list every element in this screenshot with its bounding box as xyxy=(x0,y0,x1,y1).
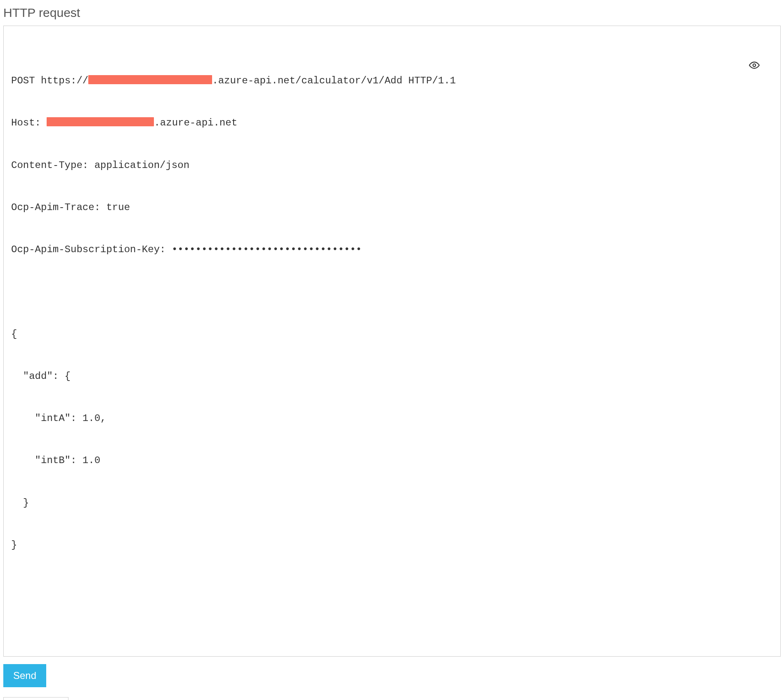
body-add-close: } xyxy=(11,496,773,510)
reveal-secrets-icon[interactable] xyxy=(749,32,773,99)
body-add-open: "add": { xyxy=(11,369,773,383)
subscription-key-header: Ocp-Apim-Subscription-Key: •••••••••••••… xyxy=(11,243,773,257)
body-open: { xyxy=(11,327,773,341)
tab-trace[interactable]: Trace xyxy=(68,697,114,700)
redacted-host-2 xyxy=(47,117,154,126)
http-request-box: POST https://.azure-api.net/calculator/v… xyxy=(3,26,781,657)
tab-response[interactable]: Response xyxy=(3,697,68,700)
redacted-host xyxy=(88,75,212,84)
blank-line xyxy=(11,285,773,299)
http-request-title: HTTP request xyxy=(3,6,781,20)
svg-point-0 xyxy=(753,64,756,67)
blank-line-3 xyxy=(11,622,773,636)
body-close: } xyxy=(11,538,773,552)
content-type-header: Content-Type: application/json xyxy=(11,158,773,173)
response-tabs: Response Trace xyxy=(3,697,781,700)
body-intA: "intA": 1.0, xyxy=(11,411,773,426)
body-intB: "intB": 1.0 xyxy=(11,454,773,468)
send-button[interactable]: Send xyxy=(3,664,46,687)
blank-line-2 xyxy=(11,580,773,594)
request-line: POST https://.azure-api.net/calculator/v… xyxy=(11,74,773,88)
trace-header: Ocp-Apim-Trace: true xyxy=(11,201,773,215)
host-header: Host: .azure-api.net xyxy=(11,116,773,130)
